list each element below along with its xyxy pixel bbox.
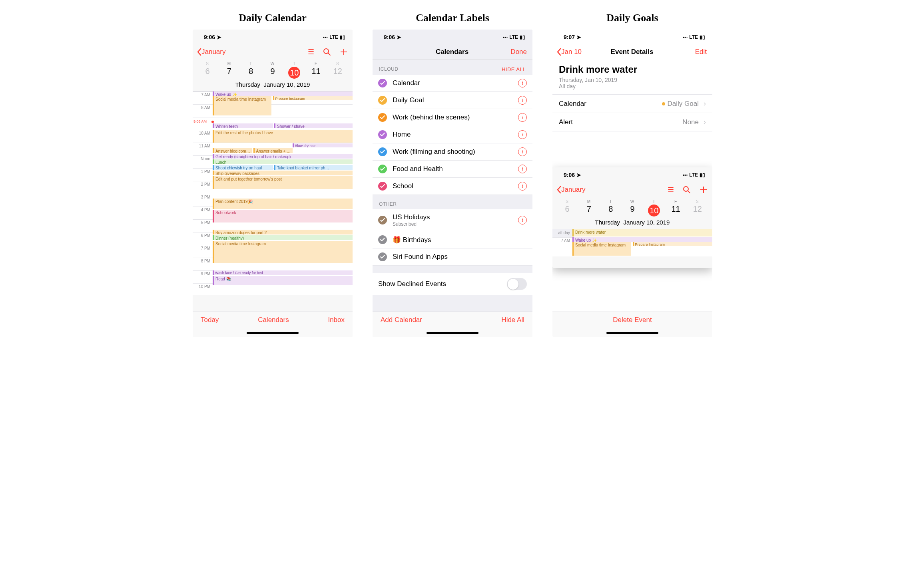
calendar-event[interactable]: Social media time Instagram bbox=[572, 242, 631, 256]
info-icon[interactable]: i bbox=[518, 216, 527, 224]
home-indicator[interactable] bbox=[606, 332, 658, 334]
add-calendar-button[interactable]: Add Calendar bbox=[381, 316, 422, 324]
calendar-event[interactable]: Get ready (straighten top of hair / make… bbox=[213, 154, 353, 159]
calendar-list-item[interactable]: Homei bbox=[373, 126, 532, 143]
calendar-event[interactable]: Edit and put together tomorrow's post bbox=[213, 176, 353, 189]
date-cell[interactable]: 11 bbox=[305, 67, 327, 79]
location-icon: ➤ bbox=[576, 172, 581, 178]
calendar-event[interactable]: Edit the rest of the photos I have bbox=[213, 130, 353, 143]
info-icon[interactable]: i bbox=[518, 96, 527, 105]
show-declined-toggle[interactable] bbox=[507, 278, 527, 290]
calendar-event[interactable]: Read 📚 bbox=[213, 276, 353, 285]
calendar-list-item[interactable]: Siri Found in Apps bbox=[373, 248, 532, 266]
hide-all-button[interactable]: Hide All bbox=[501, 316, 524, 324]
hide-all-icloud-button[interactable]: HIDE ALL bbox=[502, 66, 526, 72]
calendar-event[interactable]: Buy amazon dupes for part 2 bbox=[213, 230, 353, 234]
week-dates[interactable]: 6789101112 bbox=[193, 66, 353, 80]
date-cell[interactable]: 6 bbox=[197, 67, 218, 79]
calendar-list-item[interactable]: US HolidaysSubscribedi bbox=[373, 209, 532, 231]
calendar-list-item[interactable]: Work (behind the scenes)i bbox=[373, 109, 532, 126]
calendar-row[interactable]: Calendar Daily Goal› bbox=[552, 94, 712, 113]
calendar-event[interactable]: Wake up ✨ bbox=[213, 91, 353, 96]
delete-event-button[interactable]: Delete Event bbox=[560, 316, 704, 324]
date-cell[interactable]: 9 bbox=[262, 67, 283, 79]
date-cell[interactable]: 6 bbox=[556, 205, 578, 217]
date-cell[interactable]: 12 bbox=[327, 67, 349, 79]
calendar-event[interactable]: Answer emails + g… bbox=[253, 148, 293, 153]
info-icon[interactable]: i bbox=[518, 165, 527, 173]
calendar-event[interactable]: Social media time Instagram bbox=[213, 241, 353, 263]
info-icon[interactable]: i bbox=[518, 79, 527, 87]
signal-icon: ▪▪▫ bbox=[682, 172, 688, 178]
calendar-event[interactable]: Prepare Instagram bbox=[273, 96, 353, 100]
home-indicator[interactable] bbox=[427, 332, 478, 334]
calendar-list-item[interactable]: Schooli bbox=[373, 178, 532, 195]
date-cell[interactable]: 12 bbox=[687, 205, 708, 217]
calendar-list-item[interactable]: Work (filming and shooting)i bbox=[373, 143, 532, 161]
calendar-event[interactable]: Wake up ✨ bbox=[572, 237, 712, 242]
list-view-icon[interactable]: ☰ bbox=[308, 48, 314, 56]
date-cell[interactable]: 8 bbox=[240, 67, 262, 79]
show-declined-row: Show Declined Events bbox=[373, 273, 532, 295]
calendar-event[interactable]: Dinner (healthy) bbox=[213, 235, 353, 240]
list-view-icon[interactable]: ☰ bbox=[668, 185, 674, 194]
search-icon[interactable] bbox=[683, 186, 691, 194]
today-button[interactable]: Today bbox=[201, 316, 219, 324]
info-icon[interactable]: i bbox=[518, 147, 527, 156]
calendar-event[interactable]: Ship giveaway packages bbox=[213, 171, 353, 175]
back-to-month-button[interactable]: January bbox=[556, 186, 585, 194]
back-to-month-button[interactable]: January bbox=[197, 48, 225, 56]
calendar-list-item[interactable]: Daily Goali bbox=[373, 92, 532, 109]
date-cell[interactable]: 7 bbox=[218, 67, 240, 79]
inbox-button[interactable]: Inbox bbox=[328, 316, 345, 324]
date-cell[interactable]: 11 bbox=[665, 205, 686, 217]
date-cell[interactable]: 7 bbox=[578, 205, 600, 217]
info-icon[interactable]: i bbox=[518, 130, 527, 139]
done-button[interactable]: Done bbox=[510, 48, 527, 56]
calendar-event[interactable]: Answer blog com… bbox=[213, 148, 252, 153]
date-cell[interactable]: 10 bbox=[643, 205, 665, 217]
edit-button[interactable]: Edit bbox=[695, 48, 707, 56]
info-icon[interactable]: i bbox=[518, 113, 527, 122]
calendar-event[interactable]: Wash face / Get ready for bed bbox=[213, 270, 353, 275]
inset-day-preview: 9:06 ➤ ▪▪▫ LTE ▮▯ January ☰ SMTWTFS 6789… bbox=[552, 167, 712, 268]
calendar-event[interactable]: Shoot chicwish try on haul bbox=[213, 165, 273, 170]
bottom-toolbar: Delete Event bbox=[552, 312, 712, 337]
calendar-list-item[interactable]: Food and Healthi bbox=[373, 161, 532, 178]
date-cell[interactable]: 8 bbox=[600, 205, 622, 217]
calendar-event[interactable]: Prepare Instagram bbox=[633, 242, 713, 246]
back-to-day-button[interactable]: Jan 10 bbox=[556, 48, 582, 56]
add-event-icon[interactable] bbox=[700, 186, 708, 194]
home-indicator[interactable] bbox=[247, 332, 299, 334]
day-schedule[interactable]: 7 AM8 AM10 AM11 AMNoon1 PM2 PM3 PM4 PM5 … bbox=[193, 91, 353, 295]
search-icon[interactable] bbox=[323, 48, 331, 56]
add-event-icon[interactable] bbox=[340, 48, 348, 56]
battery-icon: ▮▯ bbox=[520, 34, 525, 40]
chevron-left-icon bbox=[556, 48, 561, 56]
calendar-list-item[interactable]: Calendari bbox=[373, 75, 532, 92]
bottom-toolbar: Today Calendars Inbox bbox=[193, 312, 353, 337]
calendar-event[interactable]: Schoolwork bbox=[213, 210, 353, 222]
all-day-event[interactable]: Drink more water bbox=[572, 229, 712, 236]
calendar-list-item[interactable]: 🎁 Birthdays bbox=[373, 231, 532, 248]
calendars-button[interactable]: Calendars bbox=[258, 316, 289, 324]
week-dates[interactable]: 6789101112 bbox=[552, 204, 712, 218]
calendar-label: School bbox=[393, 182, 518, 190]
calendar-event[interactable]: Shower / shave bbox=[274, 123, 353, 128]
calendar-event[interactable]: Plan content 2019🎉 bbox=[213, 199, 353, 209]
calendar-event[interactable]: Whiten teeth bbox=[213, 123, 273, 128]
calendar-event[interactable]: Lunch bbox=[213, 159, 353, 164]
calendar-event[interactable]: Social media time Instagram bbox=[213, 96, 271, 115]
calendar-event[interactable]: Take knot blanket mirror ph… bbox=[274, 165, 353, 170]
date-cell[interactable]: 9 bbox=[622, 205, 643, 217]
status-bar: 9:07 ➤ ▪▪▫ LTE ▮▯ bbox=[552, 30, 712, 45]
location-icon: ➤ bbox=[397, 34, 401, 40]
battery-icon: ▮▯ bbox=[340, 34, 345, 40]
date-cell[interactable]: 10 bbox=[283, 67, 305, 79]
alert-row[interactable]: Alert None› bbox=[552, 113, 712, 131]
page-title: Calendars bbox=[436, 48, 468, 56]
current-date-line: Thursday January 10, 2019 bbox=[552, 218, 712, 229]
day-schedule[interactable]: 7 AMWake up ✨Social media time Instagram… bbox=[552, 237, 712, 256]
calendar-event[interactable]: Blow dry hair bbox=[293, 143, 353, 147]
info-icon[interactable]: i bbox=[518, 182, 527, 191]
